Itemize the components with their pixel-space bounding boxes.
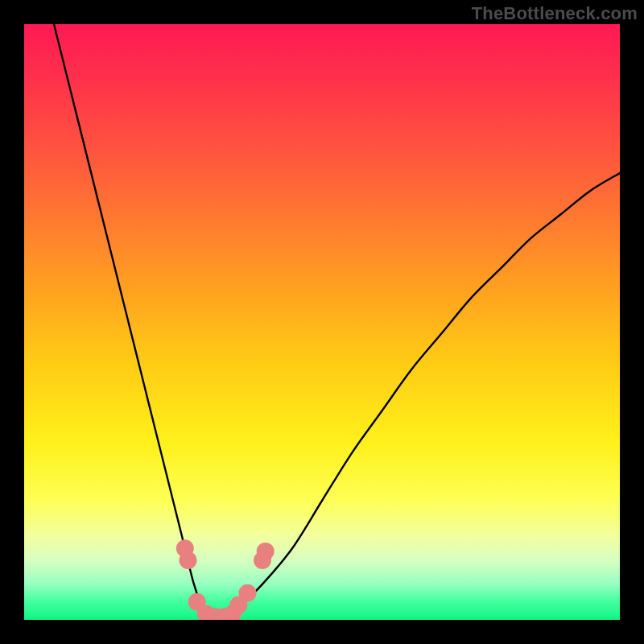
- watermark-text: TheBottleneck.com: [472, 3, 638, 24]
- marker-point: [180, 551, 197, 569]
- marker-point: [257, 543, 275, 560]
- marker-point: [239, 584, 257, 602]
- chart-frame: TheBottleneck.com: [0, 0, 644, 644]
- bottleneck-curve: [54, 24, 620, 620]
- curve-layer: [24, 24, 620, 620]
- highlighted-points: [176, 539, 275, 620]
- plot-area: [24, 24, 620, 620]
